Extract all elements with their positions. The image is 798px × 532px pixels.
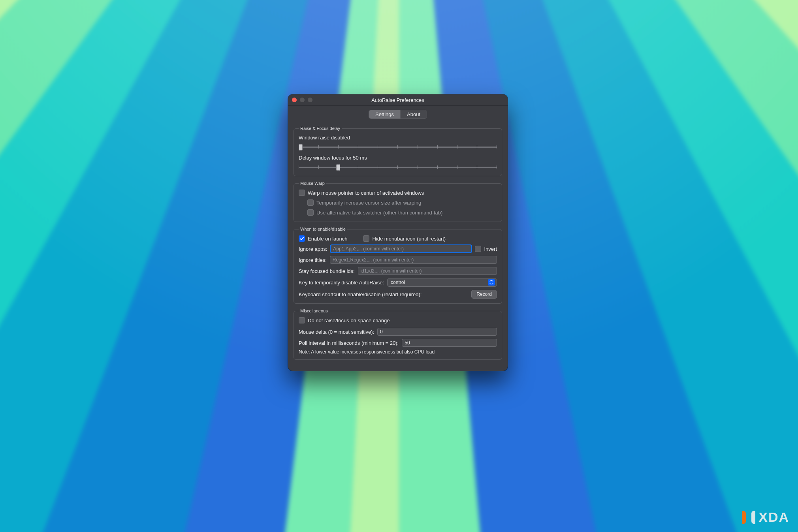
hide-menubar-label: Hide menubar icon (until restart) [372,236,446,242]
increase-cursor-label: Temporarily increase cursor size after w… [316,200,421,206]
ignore-apps-label: Ignore apps: [299,246,327,252]
enable-on-launch-label: Enable on launch [308,236,347,242]
raise-slider-label: Window raise disabled [299,135,497,141]
group-misc: Miscellaneous Do not raise/focus on spac… [294,308,502,360]
ignore-titles-label: Ignore titles: [299,257,327,263]
raise-delay-slider[interactable] [299,143,497,151]
ignore-apps-input[interactable] [330,245,472,253]
no-raise-space-label: Do not raise/focus on space change [308,318,390,323]
titlebar[interactable]: AutoRaise Preferences [288,94,508,106]
mouse-delta-input[interactable] [377,328,497,336]
tabs-segmented-control: Settings About [369,110,427,119]
group-raise-focus: Raise & Focus delay Window raise disable… [294,126,502,176]
ignore-titles-input[interactable] [330,256,497,264]
alt-task-switcher-label: Use alternative task switcher (other tha… [316,210,442,216]
group-when-enable-legend: When to enable/disable [299,227,347,231]
alt-task-switcher-checkbox[interactable]: Use alternative task switcher (other tha… [307,209,442,216]
window-title: AutoRaise Preferences [288,97,508,103]
stay-focused-label: Stay focused bundle ids: [299,268,355,274]
xda-logo-text: XDA [758,509,789,525]
warp-mouse-checkbox[interactable]: Warp mouse pointer to center of activate… [299,190,424,196]
preferences-window: AutoRaise Preferences Settings About Rai… [288,94,508,371]
group-mouse-warp-legend: Mouse Warp [299,181,326,186]
invert-label: Invert [484,246,497,252]
xda-logo-icon [742,511,755,524]
stay-focused-input[interactable] [358,267,497,275]
enable-on-launch-checkbox[interactable]: Enable on launch [299,235,347,242]
chevron-down-icon [488,279,495,286]
tab-about[interactable]: About [400,110,427,118]
focus-delay-slider[interactable] [299,163,497,171]
shortcut-label: Keyboard shortcut to enable/disable (res… [299,291,468,297]
group-raise-focus-legend: Raise & Focus delay [299,126,342,131]
xda-watermark: XDA [742,509,789,525]
hide-menubar-checkbox[interactable]: Hide menubar icon (until restart) [363,235,446,242]
group-when-enable: When to enable/disable Enable on launch … [294,227,502,304]
increase-cursor-checkbox[interactable]: Temporarily increase cursor size after w… [307,199,421,206]
close-icon[interactable] [292,98,297,102]
poll-interval-input[interactable] [402,339,497,347]
mouse-delta-label: Mouse delta (0 = most sensitive): [299,329,374,335]
group-mouse-warp: Mouse Warp Warp mouse pointer to center … [294,181,502,222]
zoom-icon[interactable] [308,98,312,102]
disable-key-value: control [391,280,405,285]
misc-note: Note: A lower value increases responsive… [299,349,497,355]
warp-mouse-label: Warp mouse pointer to center of activate… [308,190,424,196]
disable-key-label: Key to temporarily disable AutoRaise: [299,280,384,286]
minimize-icon[interactable] [300,98,305,102]
disable-key-select[interactable]: control [387,278,497,287]
tab-settings[interactable]: Settings [369,110,400,118]
invert-checkbox[interactable]: Invert [475,246,497,252]
poll-interval-label: Poll interval in milliseconds (minimum =… [299,340,399,346]
group-misc-legend: Miscellaneous [299,308,329,313]
focus-slider-label: Delay window focus for 50 ms [299,155,497,161]
record-shortcut-button[interactable]: Record [471,290,497,299]
no-raise-space-checkbox[interactable]: Do not raise/focus on space change [299,317,390,323]
